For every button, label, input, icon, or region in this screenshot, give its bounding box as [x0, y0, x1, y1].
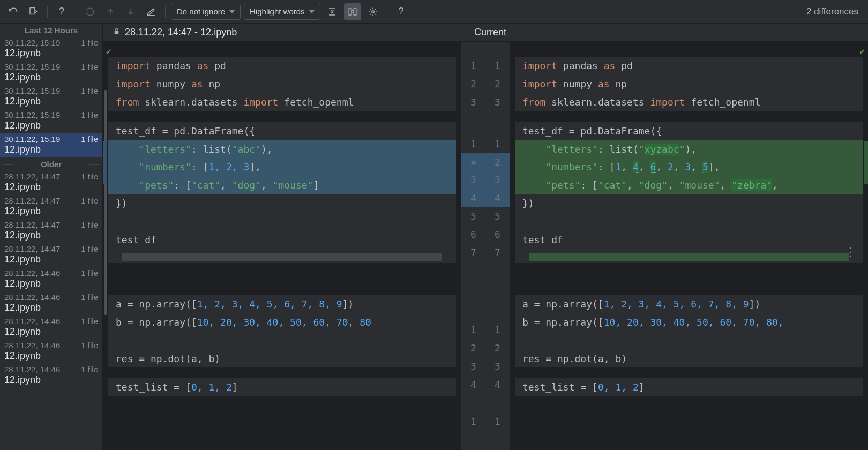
line-number: 1	[485, 322, 510, 338]
code-cell: test_df = pd.DataFrame({ "letters": list…	[515, 122, 863, 263]
line-number: 3	[461, 172, 485, 188]
scrollbar[interactable]	[104, 90, 107, 315]
svg-point-3	[371, 10, 374, 13]
line-number: 2	[461, 341, 485, 356]
separator	[47, 6, 48, 18]
line-number: 1	[461, 322, 485, 338]
svg-rect-0	[30, 8, 35, 14]
toolbar: ? Do not ignore Highlight words ? 2 diff…	[0, 0, 868, 24]
collapse-button[interactable]	[324, 3, 341, 20]
line-gutter: 112233 11»23344556677 11223344 11	[461, 42, 510, 450]
chevron-down-icon	[309, 10, 315, 13]
check-icon: ✔	[856, 46, 868, 56]
line-number: 3	[485, 95, 510, 110]
help-button[interactable]: ?	[53, 3, 70, 20]
line-number: 2	[485, 77, 510, 92]
code-cell: import pandas as pd import numpy as np f…	[515, 57, 863, 111]
section-recent: Last 12 Hours	[0, 24, 102, 37]
history-item[interactable]: 30.11.22, 15:191 file12.ipynb	[0, 109, 102, 133]
highlight-dropdown[interactable]: Highlight words	[244, 4, 320, 20]
svg-rect-4	[115, 31, 119, 34]
line-number: 5	[461, 209, 485, 224]
history-item[interactable]: 28.11.22, 14:461 file12.ipynb	[0, 364, 102, 388]
refresh-button	[81, 3, 99, 20]
history-item[interactable]: 28.11.22, 14:461 file12.ipynb	[0, 267, 102, 291]
line-number: 2	[461, 77, 485, 92]
history-item[interactable]: 30.11.22, 15:191 file12.ipynb	[0, 37, 102, 61]
line-number: 4	[485, 377, 510, 392]
history-item[interactable]: 28.11.22, 14:471 file12.ipynb	[0, 171, 102, 195]
chevron-down-icon	[229, 10, 235, 13]
section-older: Older	[0, 158, 102, 171]
line-number: 6	[461, 227, 485, 242]
line-number: 4	[461, 377, 485, 392]
undo-button[interactable]	[4, 3, 21, 20]
line-number: 2	[485, 155, 510, 170]
check-icon: ✔	[103, 46, 111, 56]
right-pane[interactable]: ✔ import pandas as pd import numpy as np…	[510, 42, 868, 450]
separator	[165, 6, 166, 18]
line-number: 5	[485, 209, 510, 224]
line-number: 1	[485, 58, 510, 73]
line-number: 1	[461, 414, 485, 429]
svg-rect-2	[354, 9, 356, 15]
diff-marker	[103, 141, 107, 184]
line-number: 2	[485, 341, 510, 356]
code-cell: test_df = pd.DataFrame({ "letters": list…	[108, 122, 456, 263]
code-cell: test_list = [0, 1, 2]	[515, 378, 863, 396]
history-item[interactable]: 28.11.22, 14:471 file12.ipynb	[0, 195, 102, 219]
history-item[interactable]: 28.11.22, 14:471 file12.ipynb	[0, 243, 102, 267]
line-number: 7	[485, 245, 510, 260]
history-item[interactable]: 28.11.22, 14:471 file12.ipynb	[0, 219, 102, 243]
separator	[76, 6, 76, 18]
history-item[interactable]: 28.11.22, 14:461 file12.ipynb	[0, 316, 102, 340]
history-item[interactable]: 28.11.22, 14:461 file12.ipynb	[0, 291, 102, 316]
line-number: 3	[461, 95, 485, 110]
code-cell: a = np.array([1, 2, 3, 4, 5, 6, 7, 8, 9]…	[108, 295, 456, 368]
highlight-label: Highlight words	[250, 7, 305, 16]
line-number: 1	[461, 58, 485, 73]
history-sidebar[interactable]: Last 12 Hours 30.11.22, 15:191 file12.ip…	[0, 24, 103, 450]
output-preview	[529, 253, 849, 261]
help-button-2[interactable]: ?	[393, 3, 410, 20]
line-number: 1	[485, 414, 510, 429]
ignore-dropdown[interactable]: Do not ignore	[171, 4, 241, 20]
diff-marker	[864, 141, 868, 184]
line-number: 4	[461, 191, 485, 206]
svg-rect-1	[349, 9, 351, 15]
lock-icon	[113, 27, 121, 38]
next-diff-button[interactable]	[122, 3, 139, 20]
prev-diff-button[interactable]	[102, 3, 119, 20]
line-number: 7	[461, 245, 485, 260]
diff-count-label: 2 differences	[806, 6, 864, 17]
line-number: 1	[485, 137, 510, 152]
left-pane[interactable]: ✔ import pandas as pd import numpy as np…	[103, 42, 461, 450]
settings-button[interactable]	[364, 3, 381, 20]
edit-button[interactable]	[143, 3, 160, 20]
merge-arrow-icon[interactable]: »	[461, 155, 485, 170]
history-item[interactable]: 30.11.22, 15:191 file12.ipynb	[0, 85, 102, 109]
history-item[interactable]: 30.11.22, 15:191 file12.ipynb	[0, 133, 102, 158]
restore-button[interactable]	[25, 3, 42, 20]
line-number: 3	[485, 359, 510, 374]
line-number: 1	[461, 137, 485, 152]
diff-viewer: 28.11.22, 14:47 - 12.ipynb Current ✔ imp…	[103, 24, 868, 450]
right-title: Current	[447, 27, 533, 38]
line-number: 3	[461, 359, 485, 374]
ignore-label: Do not ignore	[177, 7, 225, 16]
line-number: 6	[485, 227, 510, 242]
separator	[387, 6, 387, 18]
history-item[interactable]: 30.11.22, 15:191 file12.ipynb	[0, 61, 102, 85]
code-cell: a = np.array([1, 2, 3, 4, 5, 6, 7, 8, 9]…	[515, 295, 863, 368]
more-icon[interactable]: ⋮	[844, 245, 855, 259]
line-number: 3	[485, 172, 510, 188]
code-cell: test_list = [0, 1, 2]	[108, 378, 456, 396]
line-number: 4	[485, 191, 510, 206]
left-title: 28.11.22, 14:47 - 12.ipynb	[125, 27, 237, 38]
sync-scroll-button[interactable]	[344, 3, 361, 20]
code-cell: import pandas as pd import numpy as np f…	[108, 57, 456, 111]
history-item[interactable]: 28.11.22, 14:461 file12.ipynb	[0, 340, 102, 364]
output-preview	[122, 253, 442, 261]
